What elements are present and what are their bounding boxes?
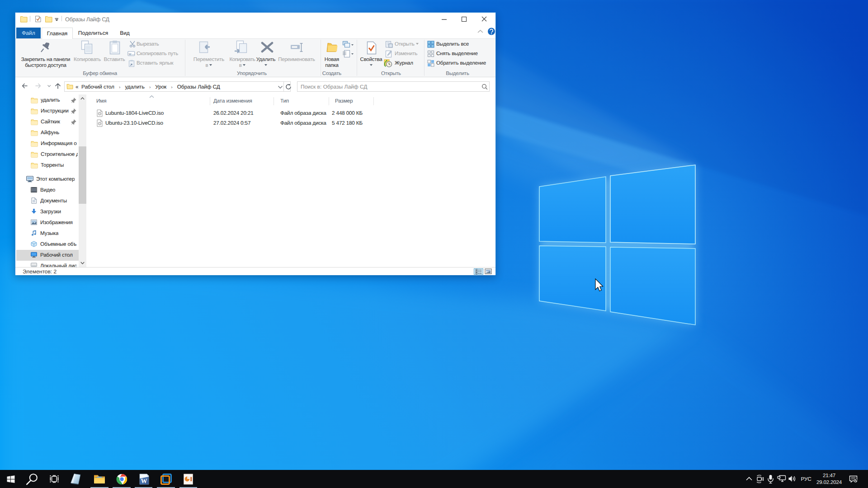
svg-text:W: W xyxy=(141,478,147,485)
svg-text:w: w xyxy=(128,52,132,56)
